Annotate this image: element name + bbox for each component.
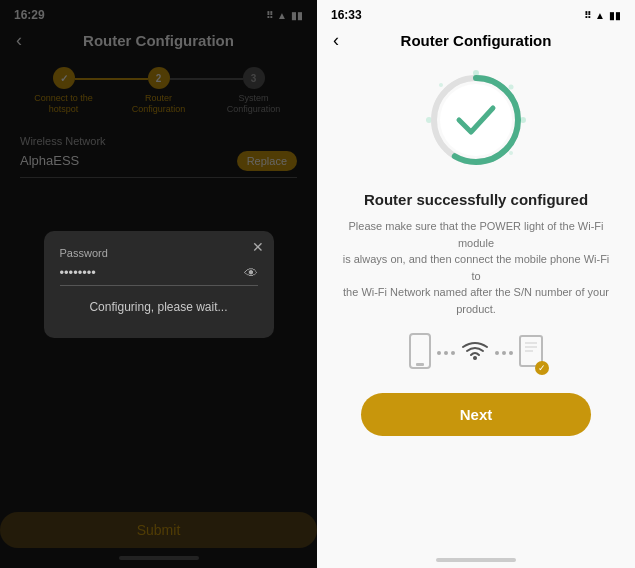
right-page-title: Router Configuration [401, 32, 552, 49]
success-area: Router successfully configured Please ma… [317, 55, 635, 548]
svg-point-11 [473, 356, 477, 360]
modal-close-button[interactable]: ✕ [252, 239, 264, 255]
phone-icon [409, 333, 431, 373]
svg-point-8 [440, 84, 512, 156]
success-title: Router successfully configured [364, 191, 588, 208]
right-screen: 16:33 ⠿ ▲ ▮▮ ‹ Router Configuration [317, 0, 635, 568]
right-home-indicator [436, 558, 516, 562]
svg-point-1 [509, 85, 514, 90]
wifi-diagram-icon [461, 340, 489, 366]
right-back-button[interactable]: ‹ [333, 30, 339, 51]
configuring-text: Configuring, please wait... [60, 292, 258, 322]
right-status-bar: 16:33 ⠿ ▲ ▮▮ [317, 0, 635, 26]
password-field-row: •••••••• 👁 [60, 265, 258, 286]
password-value: •••••••• [60, 265, 244, 280]
connection-diagram: ✓ [409, 333, 543, 373]
svg-rect-10 [416, 363, 424, 366]
next-button[interactable]: Next [361, 393, 591, 436]
success-ring-svg [421, 65, 531, 175]
dots-1 [437, 351, 455, 355]
right-time: 16:33 [331, 8, 362, 22]
configuring-overlay: ✕ Password •••••••• 👁 Configuring, pleas… [0, 0, 317, 568]
device-icon: ✓ [519, 335, 543, 371]
success-desc: Please make sure that the POWER light of… [341, 218, 611, 317]
configuring-modal: ✕ Password •••••••• 👁 Configuring, pleas… [44, 231, 274, 338]
dots-2 [495, 351, 513, 355]
eye-icon[interactable]: 👁 [244, 265, 258, 281]
device-check-badge: ✓ [535, 361, 549, 375]
right-status-icons: ⠿ ▲ ▮▮ [584, 10, 621, 21]
success-circle [421, 65, 531, 175]
svg-point-3 [509, 151, 513, 155]
right-battery-icon: ▮▮ [609, 10, 621, 21]
svg-rect-9 [410, 334, 430, 368]
left-screen: 16:29 ⠿ ▲ ▮▮ ‹ Router Configuration ✓ Co… [0, 0, 317, 568]
right-grid-icon: ⠿ [584, 10, 591, 21]
password-label: Password [60, 247, 258, 259]
right-wifi-icon: ▲ [595, 10, 605, 21]
right-header: ‹ Router Configuration [317, 26, 635, 55]
svg-point-4 [439, 83, 443, 87]
